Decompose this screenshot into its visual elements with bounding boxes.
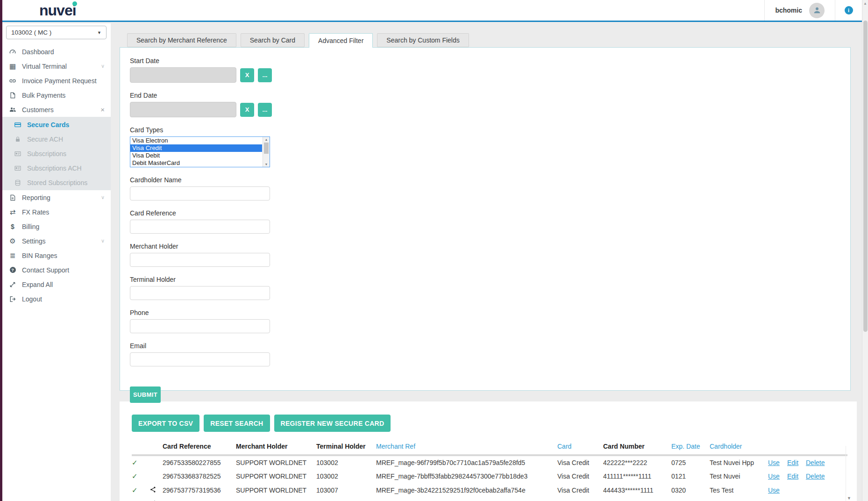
sidebar-item-secure-ach[interactable]: Secure ACH — [2, 132, 111, 146]
card-type-option[interactable]: Visa Electron — [130, 137, 262, 144]
sidebar-item-label: Secure ACH — [27, 136, 63, 143]
edit-link[interactable]: Edit — [787, 459, 798, 466]
avatar[interactable] — [809, 3, 825, 18]
customers-submenu: Secure Cards Secure ACH Subscriptions Su… — [2, 117, 111, 190]
sidebar-item-stored-subscriptions[interactable]: Stored Subscriptions — [2, 175, 111, 190]
column-exp-date[interactable]: Exp. Date — [671, 439, 710, 455]
column-card-number: Card Number — [603, 439, 671, 455]
cell-card-reference: 2967537757319536 — [163, 483, 236, 497]
card-reference-group: Card Reference — [130, 209, 850, 234]
user-section[interactable]: bchomic — [764, 0, 835, 21]
email-label: Email — [130, 342, 850, 350]
sidebar-item-label: Settings — [22, 237, 46, 245]
listbox-scrollbar-thumb[interactable] — [264, 143, 269, 154]
column-delete — [806, 439, 847, 455]
scroll-down-icon[interactable] — [847, 496, 851, 501]
card-type-option[interactable]: Debit MasterCard — [130, 159, 262, 167]
sidebar-item-secure-cards[interactable]: Secure Cards — [2, 117, 111, 132]
sidebar-item-billing[interactable]: Billing — [2, 219, 111, 234]
scroll-down-icon[interactable] — [263, 163, 270, 166]
lock-icon — [14, 136, 22, 143]
terminal-icon — [8, 62, 17, 71]
tab-advanced-filter[interactable]: Advanced Filter — [309, 33, 373, 48]
end-date-picker-button[interactable]: ... — [258, 103, 272, 117]
use-link[interactable]: Use — [768, 472, 780, 480]
table-row: 2967537757319536 SUPPORT WORLDNET 103007… — [132, 483, 847, 497]
card-types-group: Card Types Visa Electron Visa Credit Vis… — [130, 126, 850, 167]
sidebar-item-label: Billing — [22, 223, 39, 230]
sidebar-item-settings[interactable]: Settings — [2, 234, 111, 248]
start-date-clear-button[interactable]: X — [240, 68, 254, 82]
info-icon[interactable] — [845, 6, 853, 14]
register-new-secure-card-button[interactable]: REGISTER NEW SECURE CARD — [274, 415, 391, 432]
table-scrollbar[interactable] — [846, 446, 852, 501]
card-reference-input[interactable] — [130, 220, 270, 234]
end-date-clear-button[interactable]: X — [240, 103, 254, 117]
share-icon[interactable] — [149, 487, 157, 494]
column-card[interactable]: Card — [557, 439, 603, 455]
delete-link[interactable]: Delete — [806, 459, 825, 466]
tab-search-by-card[interactable]: Search by Card — [241, 33, 305, 47]
close-icon[interactable] — [100, 106, 105, 114]
header-right: bchomic — [764, 0, 862, 21]
cardholder-name-input[interactable] — [130, 186, 270, 200]
use-link[interactable]: Use — [768, 459, 780, 466]
sidebar-item-reporting[interactable]: Reporting — [2, 190, 111, 205]
chevron-down-icon — [101, 238, 105, 244]
sidebar-item-label: Expand All — [22, 281, 53, 288]
column-share — [149, 439, 163, 455]
brand-strip — [0, 0, 2, 501]
sidebar-item-dashboard[interactable]: Dashboard — [2, 44, 111, 59]
page-scrollbar[interactable] — [862, 0, 868, 501]
start-date-picker-button[interactable]: ... — [258, 68, 272, 82]
sidebar-item-virtual-terminal[interactable]: Virtual Terminal — [2, 59, 111, 73]
cell-merchant-holder: SUPPORT WORLDNET — [236, 483, 316, 497]
end-date-input[interactable] — [130, 102, 236, 117]
scroll-up-icon[interactable] — [263, 138, 270, 141]
delete-link[interactable]: Delete — [806, 472, 825, 480]
cell-card-reference: 2967533683782525 — [163, 469, 236, 483]
sidebar-item-fx-rates[interactable]: FX Rates — [2, 205, 111, 219]
sidebar-item-label: Secure Cards — [27, 121, 69, 129]
results-section: EXPORT TO CSV RESET SEARCH REGISTER NEW … — [120, 401, 857, 501]
page-scrollbar-thumb[interactable] — [863, 21, 868, 332]
merchant-select[interactable]: 103002 ( MC ) — [6, 26, 107, 39]
use-link[interactable]: Use — [768, 487, 780, 494]
card-type-option[interactable]: Visa Debit — [130, 152, 262, 159]
sidebar-item-invoice-payment-request[interactable]: Invoice Payment Request — [2, 73, 111, 88]
card-types-listbox[interactable]: Visa Electron Visa Credit Visa Debit Deb… — [130, 136, 270, 167]
sidebar-item-expand-all[interactable]: Expand All — [2, 277, 111, 292]
sidebar-item-label: Invoice Payment Request — [22, 77, 97, 85]
tab-search-by-merchant-reference[interactable]: Search by Merchant Reference — [127, 33, 236, 47]
sidebar-item-bin-ranges[interactable]: BIN Ranges — [2, 248, 111, 263]
sidebar-item-bulk-payments[interactable]: Bulk Payments — [2, 88, 111, 102]
sidebar-item-subscriptions-ach[interactable]: Subscriptions ACH — [2, 161, 111, 175]
advanced-filter-panel: Start Date X ... End Date X ... Card Typ… — [120, 47, 851, 391]
column-merchant-ref[interactable]: Merchant Ref — [376, 439, 557, 455]
card-type-option-selected[interactable]: Visa Credit — [130, 144, 262, 152]
phone-input[interactable] — [130, 319, 270, 333]
sidebar-item-logout[interactable]: Logout — [2, 292, 111, 306]
merchant-holder-input[interactable] — [130, 253, 270, 267]
submit-button[interactable]: SUBMIT — [130, 386, 161, 403]
cell-card: Visa Credit — [557, 469, 603, 483]
tab-search-by-custom-fields[interactable]: Search by Custom Fields — [377, 33, 469, 47]
edit-link[interactable]: Edit — [787, 472, 798, 480]
sidebar-item-customers[interactable]: Customers — [2, 102, 111, 117]
sidebar-item-label: Reporting — [22, 194, 50, 201]
scroll-up-icon[interactable] — [862, 1, 868, 6]
column-cardholder[interactable]: Cardholder — [710, 439, 768, 455]
sidebar-item-label: Virtual Terminal — [22, 63, 67, 70]
email-input[interactable] — [130, 352, 270, 366]
cell-card-reference: 2967533580227855 — [163, 455, 236, 469]
terminal-holder-input[interactable] — [130, 286, 270, 300]
start-date-input[interactable] — [130, 67, 236, 83]
listbox-scrollbar[interactable] — [263, 137, 270, 167]
report-icon — [8, 194, 17, 201]
sidebar-item-subscriptions[interactable]: Subscriptions — [2, 146, 111, 161]
table-row: 2967533580227855 SUPPORT WORLDNET 103002… — [132, 455, 847, 469]
sidebar-item-label: Contact Support — [22, 266, 69, 274]
sidebar-item-contact-support[interactable]: Contact Support — [2, 263, 111, 277]
export-to-csv-button[interactable]: EXPORT TO CSV — [132, 415, 199, 432]
reset-search-button[interactable]: RESET SEARCH — [204, 415, 270, 432]
